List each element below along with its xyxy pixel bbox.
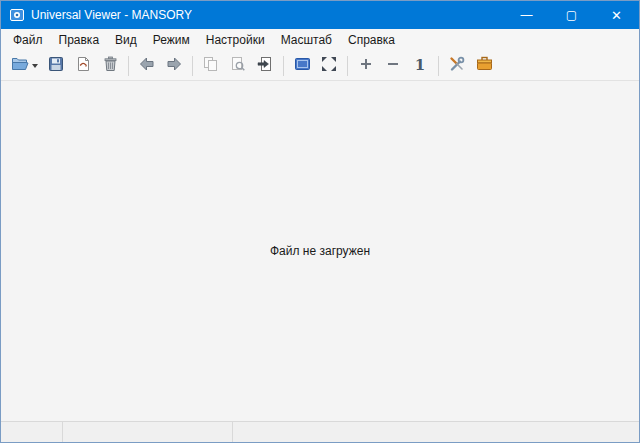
title-bar[interactable]: Universal Viewer - MANSORY — ▢ ✕ xyxy=(1,1,639,29)
menu-help[interactable]: Справка xyxy=(340,30,403,50)
toolbar-separator xyxy=(347,56,348,76)
tools-icon xyxy=(449,56,465,76)
back-button[interactable] xyxy=(134,53,160,79)
app-icon xyxy=(9,7,25,23)
menu-mode[interactable]: Режим xyxy=(145,30,198,50)
toolbar-separator xyxy=(128,56,129,76)
copy-button[interactable] xyxy=(198,53,224,79)
close-button[interactable]: ✕ xyxy=(594,1,639,29)
save-button[interactable] xyxy=(43,53,69,79)
viewer-canvas: Файл не загружен xyxy=(1,81,639,421)
fullscreen-button[interactable] xyxy=(289,53,315,79)
open-button[interactable] xyxy=(6,53,42,79)
menu-bar: Файл Правка Вид Режим Настройки Масштаб … xyxy=(1,29,639,51)
window-title: Universal Viewer - MANSORY xyxy=(31,8,192,22)
open-dropdown-icon xyxy=(32,64,38,68)
no-file-message: Файл не загружен xyxy=(270,244,370,258)
zoom-out-button[interactable] xyxy=(380,53,406,79)
menu-edit[interactable]: Правка xyxy=(51,30,108,50)
fit-window-button[interactable] xyxy=(316,53,342,79)
status-bar xyxy=(1,421,639,442)
menu-settings[interactable]: Настройки xyxy=(198,30,273,50)
preview-button[interactable] xyxy=(225,53,251,79)
status-panel xyxy=(233,422,639,442)
actual-size-button[interactable]: 1 xyxy=(407,53,433,79)
maximize-button[interactable]: ▢ xyxy=(549,1,594,29)
forward-button[interactable] xyxy=(161,53,187,79)
toolbar: 1 xyxy=(1,51,639,81)
toolbar-separator xyxy=(283,56,284,76)
zoom-in-button[interactable] xyxy=(353,53,379,79)
toolbar-separator xyxy=(192,56,193,76)
digit-one-icon: 1 xyxy=(415,58,425,73)
menu-file[interactable]: Файл xyxy=(5,30,51,50)
menu-zoom[interactable]: Масштаб xyxy=(273,30,340,50)
menu-view[interactable]: Вид xyxy=(107,30,145,50)
toolbox-icon xyxy=(476,56,493,75)
goto-page-icon xyxy=(257,56,273,76)
status-panel xyxy=(63,422,233,442)
copy-icon xyxy=(203,56,219,76)
delete-icon xyxy=(103,56,118,76)
settings-button[interactable] xyxy=(444,53,470,79)
status-panel xyxy=(1,422,63,442)
toolbar-separator xyxy=(438,56,439,76)
minimize-button[interactable]: — xyxy=(504,1,549,29)
window-controls: — ▢ ✕ xyxy=(504,1,639,29)
reopen-icon xyxy=(75,56,91,76)
back-arrow-icon xyxy=(139,57,155,75)
forward-arrow-icon xyxy=(166,57,182,75)
options-button[interactable] xyxy=(471,53,497,79)
fullscreen-icon xyxy=(294,57,311,75)
preview-icon xyxy=(230,56,246,76)
folder-open-icon xyxy=(11,56,29,75)
delete-button[interactable] xyxy=(97,53,123,79)
save-icon xyxy=(48,56,64,76)
minus-icon xyxy=(386,57,400,75)
plus-icon xyxy=(359,57,373,75)
fit-window-icon xyxy=(321,56,337,76)
reopen-button[interactable] xyxy=(70,53,96,79)
goto-button[interactable] xyxy=(252,53,278,79)
app-window: Universal Viewer - MANSORY — ▢ ✕ Файл Пр… xyxy=(0,0,640,443)
